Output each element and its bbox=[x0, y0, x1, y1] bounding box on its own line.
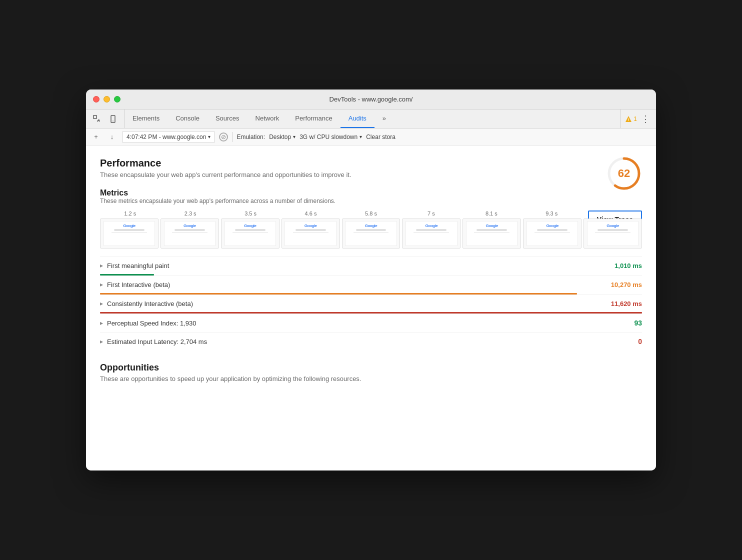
desktop-dropdown[interactable]: Desktop ▾ bbox=[269, 134, 296, 140]
timeline-labels: 1.2 s 2.3 s 3.5 s 4.6 s 5.8 s 7 s 8.1 s … bbox=[100, 210, 642, 216]
devtools-window: DevTools - www.google.com/ Elements bbox=[86, 90, 656, 470]
svg-point-2 bbox=[112, 120, 114, 122]
metric-label-fi: First Interactive (beta) bbox=[107, 281, 607, 288]
expand-eil-icon[interactable]: ▶ bbox=[100, 340, 103, 344]
svg-rect-0 bbox=[94, 116, 96, 118]
fullscreen-button[interactable] bbox=[114, 96, 120, 102]
close-button[interactable] bbox=[93, 96, 100, 102]
download-button[interactable]: ↓ bbox=[106, 131, 118, 143]
expand-psi-icon[interactable]: ▶ bbox=[100, 321, 103, 326]
metric-row-fmp: ▶ First meaningful paint 1,010 ms bbox=[100, 256, 642, 276]
toolbar-right: ! 1 ⋮ bbox=[620, 110, 656, 128]
timeline-label-6: 8.1 s bbox=[462, 210, 522, 216]
url-display[interactable]: 4:07:42 PM - www.google.con ▾ bbox=[122, 131, 215, 143]
metric-label-fmp: First meaningful paint bbox=[107, 262, 610, 270]
main-content: 62 View Trace Performance These encapsul… bbox=[86, 146, 656, 470]
desktop-chevron-icon: ▾ bbox=[293, 134, 296, 140]
warning-badge: ! 1 bbox=[625, 116, 637, 122]
network-throttle-dropdown[interactable]: 3G w/ CPU slowdown ▾ bbox=[300, 134, 362, 140]
tab-sources[interactable]: Sources bbox=[208, 110, 248, 128]
metric-label-psi: Perceptual Speed Index: 1,930 bbox=[107, 320, 622, 327]
svg-text:!: ! bbox=[628, 118, 630, 122]
performance-score-circle: 62 bbox=[606, 156, 642, 192]
filmstrip: Google Google Google bbox=[100, 218, 642, 248]
filmstrip-frame-7[interactable]: Google bbox=[523, 218, 582, 248]
svg-rect-1 bbox=[111, 116, 115, 122]
filmstrip-frame-3[interactable]: Google bbox=[282, 218, 340, 248]
nav-tabs: Elements Console Sources Network Perform… bbox=[124, 110, 620, 128]
tab-audits[interactable]: Audits bbox=[340, 110, 374, 128]
metrics-title: Metrics bbox=[100, 188, 642, 198]
clear-storage-label: Clear stora bbox=[366, 134, 396, 140]
performance-title: Performance bbox=[100, 158, 642, 169]
filmstrip-frame-6[interactable]: Google bbox=[462, 218, 521, 248]
tab-more[interactable]: » bbox=[374, 110, 394, 128]
tab-elements[interactable]: Elements bbox=[124, 110, 168, 128]
filmstrip-frame-1[interactable]: Google bbox=[160, 218, 219, 248]
warning-icon: ! bbox=[625, 116, 632, 122]
toolbar-icons bbox=[86, 110, 124, 128]
timeline-label-3: 4.6 s bbox=[280, 210, 340, 216]
inspector-icon[interactable] bbox=[90, 112, 104, 126]
timeline-label-1: 2.3 s bbox=[160, 210, 220, 216]
metric-score-psi: 93 bbox=[630, 319, 642, 327]
expand-fmp-icon[interactable]: ▶ bbox=[100, 264, 103, 268]
performance-subtitle: These encapsulate your web app's current… bbox=[100, 171, 642, 178]
filmstrip-frame-0[interactable]: Google bbox=[100, 218, 158, 248]
metric-label-ci: Consistently Interactive (beta) bbox=[107, 300, 607, 308]
metric-score-eil: 0 bbox=[630, 338, 642, 346]
timeline-label-2: 3.5 s bbox=[220, 210, 280, 216]
network-chevron-icon: ▾ bbox=[360, 134, 362, 140]
score-number: 62 bbox=[618, 167, 630, 180]
subbar: + ↓ 4:07:42 PM - www.google.con ▾ ⊘ Emul… bbox=[86, 128, 656, 146]
no-throttle-icon[interactable]: ⊘ bbox=[219, 132, 228, 142]
metric-row-eil: ▶ Estimated Input Latency: 2,704 ms 0 bbox=[100, 332, 642, 350]
minimize-button[interactable] bbox=[104, 96, 110, 102]
metrics-section: Metrics These metrics encapsulate your w… bbox=[100, 188, 642, 350]
nav-toolbar: Elements Console Sources Network Perform… bbox=[86, 110, 656, 128]
metrics-subtitle: These metrics encapsulate your web app's… bbox=[100, 198, 642, 204]
mobile-icon[interactable] bbox=[106, 112, 120, 126]
filmstrip-frame-5[interactable]: Google bbox=[402, 218, 460, 248]
tab-network[interactable]: Network bbox=[248, 110, 288, 128]
timeline-label-0: 1.2 s bbox=[100, 210, 160, 216]
timeline-label-7: 9.3 s bbox=[522, 210, 582, 216]
expand-fi-icon[interactable]: ▶ bbox=[100, 282, 103, 287]
opportunities-section: Opportunities These are opportunities to… bbox=[100, 362, 642, 382]
traffic-lights bbox=[93, 96, 120, 102]
filmstrip-frame-8[interactable]: Google bbox=[584, 218, 642, 248]
metric-row-psi: ▶ Perceptual Speed Index: 1,930 93 bbox=[100, 314, 642, 332]
metric-value-ci: 11,620 ms bbox=[611, 300, 642, 308]
add-audit-button[interactable]: + bbox=[90, 131, 102, 143]
more-options-button[interactable]: ⋮ bbox=[639, 114, 652, 124]
emulation-label: Emulation: bbox=[236, 134, 265, 140]
url-dropdown-icon: ▾ bbox=[208, 134, 210, 140]
metric-value-fmp: 1,010 ms bbox=[614, 262, 642, 270]
metric-row-fi: ▶ First Interactive (beta) 10,270 ms bbox=[100, 276, 642, 294]
timeline-label-4: 5.8 s bbox=[341, 210, 401, 216]
titlebar: DevTools - www.google.com/ bbox=[86, 90, 656, 110]
timeline-label-5: 7 s bbox=[401, 210, 461, 216]
opportunities-title: Opportunities bbox=[100, 362, 642, 373]
opportunities-subtitle: These are opportunities to speed up your… bbox=[100, 375, 642, 382]
metric-row-ci: ▶ Consistently Interactive (beta) 11,620… bbox=[100, 294, 642, 314]
subbar-divider bbox=[232, 132, 232, 142]
filmstrip-frame-2[interactable]: Google bbox=[221, 218, 280, 248]
tab-performance[interactable]: Performance bbox=[287, 110, 340, 128]
expand-ci-icon[interactable]: ▶ bbox=[100, 302, 103, 306]
tab-console[interactable]: Console bbox=[168, 110, 208, 128]
window-title: DevTools - www.google.com/ bbox=[330, 96, 413, 103]
filmstrip-frame-4[interactable]: Google bbox=[342, 218, 400, 248]
metric-label-eil: Estimated Input Latency: 2,704 ms bbox=[107, 338, 622, 346]
metric-value-fi: 10,270 ms bbox=[611, 281, 642, 288]
